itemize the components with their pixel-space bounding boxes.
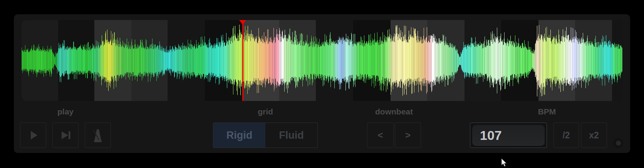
double-bpm-button[interactable]: x2 [581,123,607,148]
metronome-button[interactable] [85,123,111,148]
play-section-label: play [57,107,74,116]
waveform-display[interactable] [22,20,622,101]
metronome-icon [91,127,105,143]
grid-mode-rigid[interactable]: Rigid [213,123,265,148]
waveform-canvas [22,20,622,101]
beatgrid-panel: play grid downbeat BPM Rigid Fluid < > /… [14,14,630,153]
grid-mode-fluid[interactable]: Fluid [265,123,317,148]
downbeat-left-button[interactable]: < [367,123,394,148]
halve-bpm-button[interactable]: /2 [553,123,579,148]
grid-section-label: grid [258,107,273,116]
playhead-marker[interactable] [242,20,243,101]
status-indicator [613,138,623,148]
play-icon [27,129,39,141]
play-button[interactable] [20,123,46,148]
mouse-cursor [501,158,509,168]
bpm-field-frame [470,123,547,148]
bpm-input[interactable] [472,125,545,146]
bpm-section-label: BPM [538,107,556,116]
downbeat-right-button[interactable]: > [395,123,421,148]
skip-forward-icon [59,129,72,141]
downbeat-section-label: downbeat [375,107,413,116]
skip-forward-button[interactable] [52,123,79,148]
playhead-triangle-icon [239,20,246,25]
grid-mode-toggle: Rigid Fluid [213,123,318,148]
indicator-dot [616,141,621,146]
